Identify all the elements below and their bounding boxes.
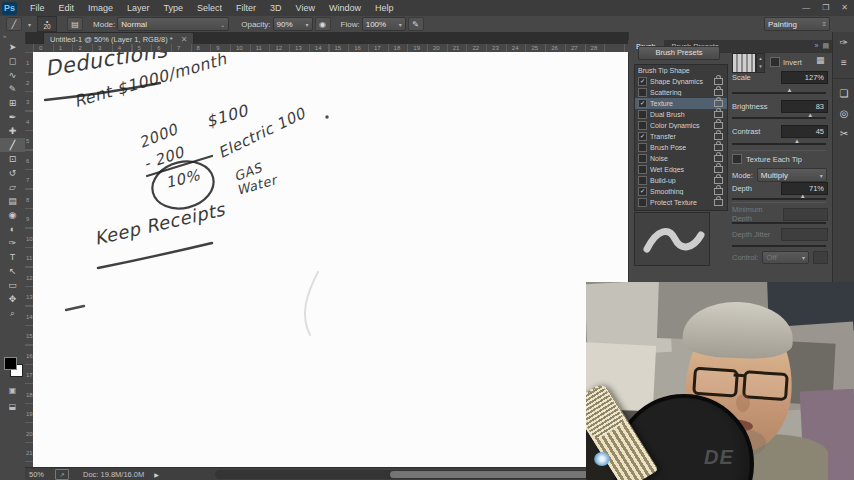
lock-icon[interactable] — [714, 111, 723, 118]
status-menu-arrow-icon[interactable]: ▶ — [154, 471, 159, 478]
eyedropper-tool[interactable]: ✒ — [0, 110, 25, 124]
brush-setting-scattering[interactable]: Scattering — [635, 87, 727, 98]
lock-icon[interactable] — [714, 199, 723, 206]
texture-each-tip-checkbox[interactable] — [732, 154, 742, 164]
gradient-tool[interactable]: ▤ — [0, 194, 25, 208]
restore-button[interactable]: ❒ — [822, 0, 829, 16]
flow-select[interactable]: 100% ▾ — [362, 17, 406, 31]
menu-3d[interactable]: 3D — [263, 0, 289, 16]
tab-close-icon[interactable]: ✕ — [181, 35, 188, 44]
brush-preset-picker-icon[interactable]: ╱ — [6, 17, 22, 31]
brush-size-widget[interactable]: • 20 — [37, 16, 57, 32]
menu-view[interactable]: View — [289, 0, 322, 16]
status-icon[interactable]: ↗ — [55, 469, 69, 480]
menu-window[interactable]: Window — [322, 0, 368, 16]
menu-file[interactable]: File — [23, 0, 52, 16]
lasso-tool[interactable]: ∿ — [0, 68, 25, 82]
marquee-tool[interactable]: ◻ — [0, 54, 25, 68]
dodge-tool[interactable]: ◐ — [0, 222, 25, 236]
lock-icon[interactable] — [714, 188, 723, 195]
type-tool[interactable]: T — [0, 250, 25, 264]
clone-stamp-tool[interactable]: ⊡ — [0, 152, 25, 166]
blur-tool[interactable]: ◉ — [0, 208, 25, 222]
color-swatches[interactable] — [3, 356, 23, 378]
brush-setting-transfer[interactable]: ✓Transfer — [635, 131, 727, 142]
workspace-switcher[interactable]: Painting ≡ — [764, 17, 830, 31]
texture-options-icon[interactable]: ▦ — [816, 55, 825, 65]
lock-icon[interactable] — [714, 122, 723, 129]
brush-tool[interactable]: ╱ — [0, 138, 25, 152]
brush-setting-texture[interactable]: ✓Texture — [635, 98, 727, 109]
contrast-slider[interactable]: ▲ — [732, 137, 826, 145]
dock-channels-icon[interactable]: ◎ — [833, 103, 854, 123]
menu-type[interactable]: Type — [157, 0, 191, 16]
dock-clone-source-icon[interactable]: ✂ — [833, 123, 854, 143]
brush-setting-dual-brush[interactable]: Dual Brush — [635, 109, 727, 120]
crop-tool[interactable]: ⊞ — [0, 96, 25, 110]
opacity-select[interactable]: 90% ▾ — [273, 17, 313, 31]
path-selection-tool[interactable]: ↖ — [0, 264, 25, 278]
brush-setting-protect-texture[interactable]: Protect Texture — [635, 197, 727, 208]
minimize-button[interactable]: — — [802, 0, 810, 16]
setting-checkbox[interactable]: ✓ — [638, 77, 647, 86]
menu-select[interactable]: Select — [190, 0, 229, 16]
brush-setting-wet-edges[interactable]: Wet Edges — [635, 164, 727, 175]
pressure-opacity-icon[interactable]: ◉ — [315, 17, 331, 31]
hand-tool[interactable]: ✥ — [0, 292, 25, 306]
brush-preset-arrow-icon[interactable]: ▾ — [28, 21, 31, 28]
rectangle-tool[interactable]: ▭ — [0, 278, 25, 292]
move-tool[interactable]: ➤ — [0, 40, 25, 54]
toolbar-collapse-icon[interactable]: » — [0, 32, 25, 40]
setting-checkbox[interactable]: ✓ — [638, 132, 647, 141]
toggle-brush-panel-icon[interactable]: ▤ — [67, 17, 83, 31]
eraser-tool[interactable]: ▱ — [0, 180, 25, 194]
setting-checkbox[interactable] — [638, 121, 647, 130]
setting-checkbox[interactable] — [638, 143, 647, 152]
setting-checkbox[interactable] — [638, 176, 647, 185]
dock-brush-icon[interactable]: ✑ — [833, 32, 854, 52]
depth-slider[interactable]: ▲ — [732, 192, 826, 200]
horizontal-scrollbar[interactable] — [215, 470, 620, 479]
menu-image[interactable]: Image — [81, 0, 120, 16]
lock-icon[interactable] — [714, 78, 723, 85]
texture-spinner-icon[interactable]: ▴▾ — [756, 53, 765, 73]
quick-mask-button[interactable]: ▣ — [0, 384, 25, 397]
brightness-slider[interactable]: ▲ — [732, 111, 826, 119]
lock-icon[interactable] — [714, 144, 723, 151]
brush-setting-shape-dynamics[interactable]: ✓Shape Dynamics — [635, 76, 727, 87]
setting-checkbox[interactable]: ✓ — [638, 99, 647, 108]
brush-setting-noise[interactable]: Noise — [635, 153, 727, 164]
setting-checkbox[interactable] — [638, 154, 647, 163]
screen-mode-button[interactable]: ⬓ — [0, 400, 25, 413]
lock-icon[interactable] — [714, 133, 723, 140]
setting-checkbox[interactable] — [638, 110, 647, 119]
document-canvas[interactable]: Deductions Rent $1000/month 2000 - 200 $… — [33, 52, 628, 467]
dock-sliders-icon[interactable]: ≡ — [833, 52, 854, 72]
lock-icon[interactable] — [714, 166, 723, 173]
dock-layers-icon[interactable]: ❏ — [833, 83, 854, 103]
horizontal-scrollbar-thumb[interactable] — [390, 471, 615, 478]
foreground-color-swatch[interactable] — [4, 357, 17, 370]
quick-selection-tool[interactable]: ✎ — [0, 82, 25, 96]
texture-swatch[interactable] — [732, 53, 756, 73]
menu-filter[interactable]: Filter — [229, 0, 263, 16]
brush-setting-smoothing[interactable]: ✓Smoothing — [635, 186, 727, 197]
lock-icon[interactable] — [714, 155, 723, 162]
menu-layer[interactable]: Layer — [120, 0, 157, 16]
blend-mode-select[interactable]: Normal ⌄ — [117, 17, 229, 31]
brush-setting-build-up[interactable]: Build-up — [635, 175, 727, 186]
pen-tool[interactable]: ✑ — [0, 236, 25, 250]
brush-presets-button[interactable]: Brush Presets — [638, 46, 720, 60]
lock-icon[interactable] — [714, 177, 723, 184]
close-button[interactable]: ✕ — [841, 0, 848, 16]
invert-checkbox[interactable] — [770, 57, 780, 67]
lock-icon[interactable] — [714, 100, 723, 107]
zoom-level[interactable]: 50% — [29, 470, 55, 479]
setting-checkbox[interactable]: ✓ — [638, 187, 647, 196]
menu-edit[interactable]: Edit — [52, 0, 82, 16]
setting-checkbox[interactable] — [638, 198, 647, 207]
setting-checkbox[interactable] — [638, 165, 647, 174]
scale-slider[interactable]: ▲ — [732, 86, 826, 94]
healing-brush-tool[interactable]: ✚ — [0, 124, 25, 138]
zoom-tool[interactable]: ⌕ — [0, 306, 25, 320]
